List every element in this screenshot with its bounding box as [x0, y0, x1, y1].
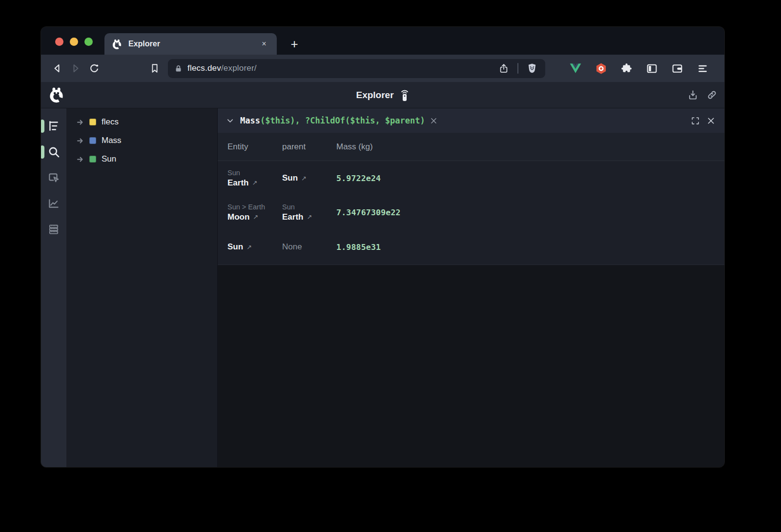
parent-none: None: [282, 242, 336, 252]
parent-name: Sun: [282, 173, 298, 183]
copy-link-icon[interactable]: [706, 89, 718, 101]
column-header-parent: parent: [282, 142, 336, 152]
extensions-puzzle-icon[interactable]: [619, 61, 633, 75]
vue-devtools-extension-icon[interactable]: [569, 61, 582, 75]
entity-parent-path: Sun > Earth: [227, 203, 282, 211]
query-panel: Mass($this), ?ChildOf($this, $parent): [217, 108, 724, 467]
query-args: ($this): [260, 116, 295, 125]
entity-tree-panel: flecs Mass Sun: [66, 108, 217, 467]
window-minimize-button[interactable]: [70, 38, 78, 46]
menu-icon[interactable]: [696, 61, 709, 75]
explorer-app-header: Explorer: [41, 82, 724, 108]
tree-item-label: Mass: [102, 136, 122, 145]
extension-icons: [569, 61, 709, 75]
external-link-icon: ↗: [253, 213, 258, 221]
query-clear-icon[interactable]: [430, 117, 438, 125]
window-zoom-button[interactable]: [84, 38, 93, 46]
table-row: Sun > Earth Moon↗ Sun Earth↗ 7.34767309e…: [218, 195, 724, 229]
share-icon[interactable]: [497, 61, 511, 75]
column-header-entity: Entity: [218, 142, 282, 152]
query-panel-button[interactable]: [45, 143, 62, 160]
results-empty-area: [218, 265, 724, 467]
tree-panel-button[interactable]: [45, 118, 62, 134]
browser-window: Explorer × + f: [41, 27, 724, 467]
tab-bar: Explorer × +: [41, 27, 724, 55]
mass-value: 7.34767309e22: [336, 208, 724, 217]
table-row: Sun Earth↗ Sun↗ 5.9722e24: [218, 161, 724, 195]
sidebar-toggle-icon[interactable]: [645, 61, 658, 75]
expand-panel-icon[interactable]: [691, 116, 700, 125]
flecs-favicon: [111, 39, 123, 50]
tab-title: Explorer: [128, 40, 258, 48]
tables-panel-button[interactable]: [45, 221, 62, 238]
wallet-icon[interactable]: [670, 61, 684, 75]
parent-name: Earth: [282, 212, 303, 222]
entity-link[interactable]: Sun↗: [227, 242, 282, 252]
hexagon-extension-icon[interactable]: [594, 61, 608, 75]
bookmark-icon[interactable]: [145, 59, 164, 78]
tab-explorer[interactable]: Explorer ×: [104, 33, 277, 55]
window-close-button[interactable]: [55, 38, 63, 46]
url-domain: flecs.dev: [187, 63, 221, 73]
entity-link[interactable]: Moon↗: [227, 212, 282, 222]
page-title: Explorer: [356, 90, 393, 101]
lock-icon: [174, 64, 183, 73]
forward-button[interactable]: [66, 59, 85, 78]
expand-arrow-icon[interactable]: [77, 156, 85, 163]
chevron-down-icon[interactable]: [226, 116, 235, 125]
active-panel-indicator: [41, 120, 44, 133]
query-component-name: Mass: [240, 116, 260, 125]
expand-arrow-icon[interactable]: [77, 137, 85, 144]
table-header: Entity parent Mass (kg): [218, 133, 724, 161]
parent-parent-path: Sun: [282, 203, 336, 211]
query-bar: Mass($this), ?ChildOf($this, $parent): [218, 108, 724, 133]
entity-name: Sun: [227, 242, 243, 252]
remote-connection-icon: [400, 89, 410, 102]
reload-button[interactable]: [85, 59, 103, 78]
tree-item-label: Sun: [102, 154, 116, 164]
query-input[interactable]: Mass($this), ?ChildOf($this, $parent): [240, 116, 425, 125]
mass-value: 1.9885e31: [336, 243, 724, 252]
close-panel-icon[interactable]: [706, 116, 716, 125]
active-panel-indicator: [41, 145, 44, 159]
browser-toolbar: flecs.dev/explorer/: [41, 55, 724, 82]
column-header-mass: Mass (kg): [336, 142, 724, 152]
mass-value: 5.9722e24: [336, 174, 724, 183]
entity-parent-path: Sun: [227, 169, 282, 177]
download-icon[interactable]: [687, 89, 699, 101]
query-optional-term: ?ChildOf($this, $parent): [305, 116, 425, 125]
external-link-icon: ↗: [252, 179, 257, 186]
parent-link[interactable]: Sun↗: [282, 173, 336, 183]
back-button[interactable]: [48, 59, 66, 78]
tab-close-icon[interactable]: ×: [258, 38, 270, 50]
external-link-icon: ↗: [301, 175, 307, 182]
external-link-icon: ↗: [247, 244, 252, 251]
entity-name: Earth: [227, 178, 248, 188]
tree-item-mass[interactable]: Mass: [66, 131, 217, 150]
tool-rail: [41, 108, 66, 467]
tree-item-sun[interactable]: Sun: [66, 150, 217, 168]
query-results-table: Entity parent Mass (kg) Sun Earth↗ Sun↗ …: [218, 133, 724, 265]
table-row: Sun↗ None 1.9885e31: [218, 229, 724, 265]
new-tab-button[interactable]: +: [285, 35, 304, 53]
brave-shield-icon[interactable]: [525, 61, 539, 75]
entity-color-swatch: [89, 119, 96, 125]
entity-color-swatch: [89, 137, 96, 144]
inspect-panel-button[interactable]: [45, 169, 62, 186]
external-link-icon: ↗: [307, 213, 312, 221]
tree-item-label: flecs: [102, 117, 119, 127]
entity-name: Moon: [227, 212, 249, 222]
stats-panel-button[interactable]: [45, 195, 62, 212]
expand-arrow-icon[interactable]: [77, 119, 85, 126]
url-path: /explorer/: [221, 63, 257, 73]
main-content: flecs Mass Sun: [41, 108, 724, 467]
parent-link[interactable]: Earth↗: [282, 212, 336, 222]
entity-color-swatch: [89, 156, 96, 163]
query-separator: ,: [295, 116, 305, 125]
url-bar-separator: [517, 63, 518, 74]
flecs-logo[interactable]: [48, 86, 65, 103]
address-bar[interactable]: flecs.dev/explorer/: [168, 59, 545, 78]
tree-item-flecs[interactable]: flecs: [66, 113, 217, 131]
entity-link[interactable]: Earth↗: [227, 178, 282, 188]
url-text: flecs.dev/explorer/: [187, 63, 257, 73]
